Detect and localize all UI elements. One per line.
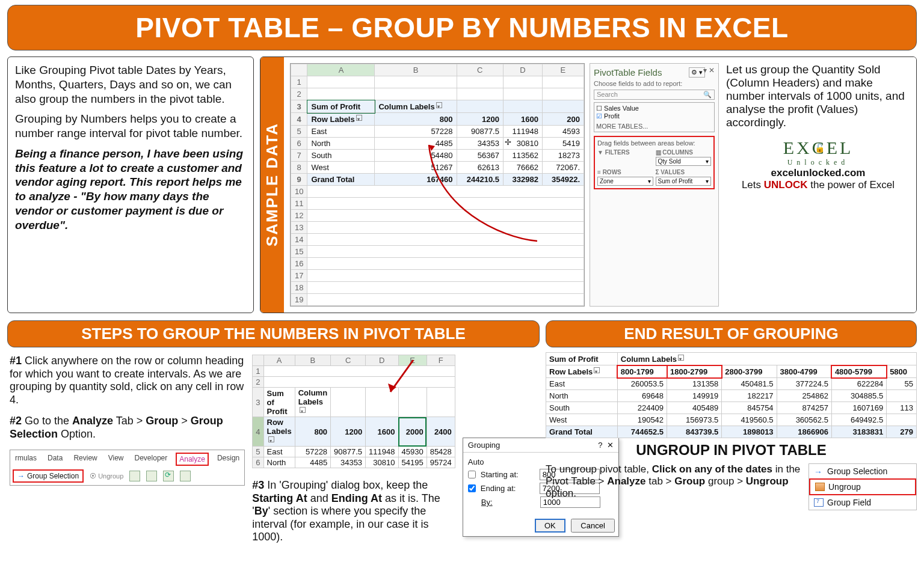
sum-of-profit-label: Sum of Profit: [311, 102, 360, 111]
tab-design[interactable]: Design: [215, 453, 242, 466]
step-1: #1 Click anywhere on the row or column h…: [10, 355, 245, 406]
starting-at-checkbox[interactable]: [468, 471, 476, 478]
close-icon[interactable]: ▾ ✕: [703, 66, 715, 75]
ribbon-icon[interactable]: [129, 471, 140, 481]
step1-mini-grid: ABCDEF 1 2 3Sum of ProfitColumn Labels 4…: [252, 355, 455, 468]
tab-view[interactable]: View: [106, 453, 126, 466]
ungroup-icon: [815, 483, 825, 491]
column-labels-label: Column Labels: [378, 102, 434, 111]
rows-icon: ≡: [597, 169, 601, 176]
cell[interactable]: 200: [542, 113, 584, 126]
arrow-icon: →: [17, 472, 25, 480]
tab-formulas[interactable]: rmulas: [13, 453, 39, 466]
area-values-sum[interactable]: Sum of Profit▾: [656, 177, 712, 186]
group-field-icon: [814, 498, 824, 507]
menu-group-selection[interactable]: →Group Selection: [809, 464, 916, 478]
col-head-d[interactable]: D: [503, 64, 542, 76]
sample-spreadsheet: A B C D E 1 2 3 Sum of Profit Column Lab…: [290, 63, 585, 307]
area-columns-qty[interactable]: Qty Sold▾: [656, 157, 712, 166]
pivottable-fields-pane: ⚙ ▾ ▾ ✕ PivotTable Fields Choose fields …: [590, 63, 719, 307]
brand-logo: EXC🔓EL Unlocked excelunlocked.com Lets U…: [726, 138, 910, 191]
menu-ungroup[interactable]: Ungroup: [809, 478, 916, 495]
site-url: excelunlocked.com: [726, 167, 910, 179]
field-profit[interactable]: Profit: [596, 112, 712, 120]
steps-title: STEPS TO GROUP THE NUMBERS IN PIVOT TABL…: [7, 320, 540, 347]
col-head-a[interactable]: A: [307, 64, 375, 76]
tagline: Lets UNLOCK the power of Excel: [726, 179, 910, 191]
cell[interactable]: 1200: [457, 113, 503, 126]
result-title: END RESULT OF GROUPING: [546, 320, 917, 347]
col-head-e[interactable]: E: [542, 64, 584, 76]
by-label: By:: [481, 498, 535, 507]
step-3: #3 In 'Grouping' dialog box, keep the St…: [252, 479, 455, 544]
intro-card: Like Grouping Pivot table Dates by Years…: [7, 56, 254, 313]
col-head-c[interactable]: C: [457, 64, 503, 76]
sample-description: Let us group the Quantity Sold (Column H…: [726, 63, 910, 129]
ptf-subtitle: Choose fields to add to report:: [594, 80, 715, 87]
result-table: Sum of ProfitColumn Labels Row Labels 80…: [546, 352, 917, 438]
col-head-b[interactable]: B: [375, 64, 457, 76]
ending-at-checkbox[interactable]: [468, 484, 476, 492]
menu-group-field[interactable]: Group Field: [809, 495, 916, 510]
intro-p2: Grouping by Numbers helps you to create …: [15, 112, 246, 141]
row-labels-dropdown-icon[interactable]: [356, 115, 362, 121]
search-input[interactable]: Search🔍: [594, 90, 715, 100]
ungroup-button[interactable]: ⦿ Ungroup: [90, 472, 123, 480]
areas-panel: Drag fields between areas below: ▼ FILTE…: [594, 136, 715, 189]
group-selection-button[interactable]: →Group Selection: [13, 469, 84, 483]
ungroup-menu: →Group Selection Ungroup Group Field: [808, 463, 917, 510]
row-labels-label: Row Labels: [311, 115, 354, 124]
ending-at-label: Ending at:: [481, 484, 535, 493]
arrow-icon: →: [814, 467, 824, 475]
ungroup-text: To ungroup pivot table, Click on any of …: [546, 463, 802, 499]
tab-review[interactable]: Review: [71, 453, 99, 466]
intro-p3: Being a finance person, I have been usin…: [15, 147, 246, 233]
field-sales-value[interactable]: Sales Value: [596, 105, 712, 112]
columns-icon: ▥: [656, 149, 661, 156]
tab-analyze[interactable]: Analyze: [176, 453, 209, 466]
more-tables-link[interactable]: MORE TABLES...: [596, 123, 712, 130]
ribbon-icon[interactable]: [146, 471, 157, 481]
filter-icon: ▼: [597, 149, 603, 156]
area-rows-zone[interactable]: Zone▾: [597, 177, 653, 186]
tab-developer[interactable]: Developer: [132, 453, 170, 466]
ungroup-title: UNGROUP IN PIVOT TABLE: [546, 442, 917, 459]
values-icon: Σ: [656, 169, 659, 176]
sample-side-label: SAMPLE DATA: [260, 57, 284, 313]
ribbon-screenshot: rmulas Data Review View Developer Analyz…: [10, 450, 245, 486]
column-labels-dropdown-icon[interactable]: [436, 102, 442, 108]
tab-data[interactable]: Data: [45, 453, 65, 466]
sample-panel: SAMPLE DATA A B C D E 1 2 3 Sum of: [260, 56, 917, 313]
ribbon-icon[interactable]: [180, 471, 191, 481]
intro-p1: Like Grouping Pivot table Dates by Years…: [15, 63, 246, 106]
starting-at-label: Starting at:: [481, 470, 535, 479]
cell[interactable]: 1600: [503, 113, 542, 126]
cell[interactable]: 800: [375, 113, 457, 126]
step-2: #2 Go to the Analyze Tab > Group > Group…: [10, 415, 245, 441]
drag-hint: Drag fields between areas below:: [597, 139, 711, 147]
page-title: PIVOT TABLE – GROUP BY NUMBERS IN EXCEL: [7, 5, 917, 50]
dialog-title: Grouping: [468, 441, 500, 450]
search-icon: 🔍: [703, 91, 712, 99]
ribbon-refresh-icon[interactable]: ⟳: [163, 471, 174, 481]
